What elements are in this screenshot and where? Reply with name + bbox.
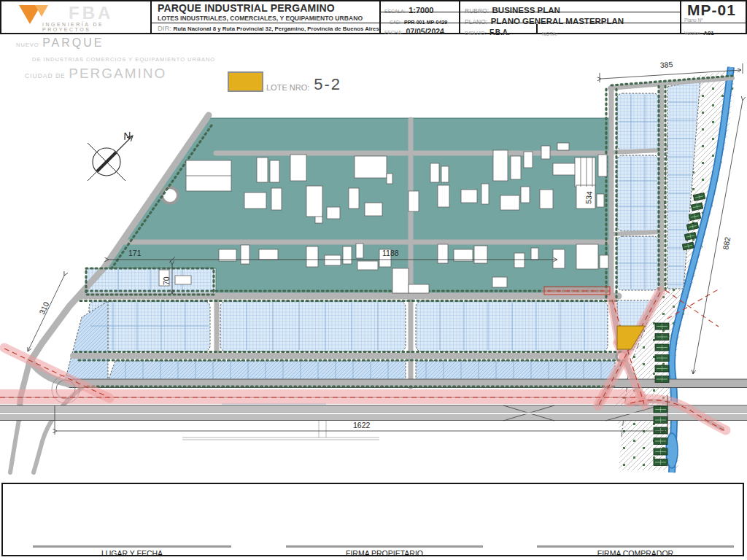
building-footprint — [541, 146, 550, 159]
dim-534: 534 — [584, 190, 594, 204]
building-footprint — [430, 163, 439, 182]
dim-310: 310 — [37, 300, 51, 316]
building-footprint — [531, 248, 538, 260]
legend-lot-number: 5-2 — [314, 77, 341, 92]
dim-1188: 1188 — [382, 249, 399, 257]
building-footprint — [481, 184, 489, 204]
nota-row: NOTA: — [542, 26, 557, 39]
logo-cell: FBA INGENIERÍA DE PROYECTOS — [1, 1, 150, 33]
green-structure — [654, 448, 667, 455]
building-footprint — [365, 203, 382, 216]
building-footprint — [524, 152, 533, 168]
green-structure — [655, 323, 669, 330]
building-footprint — [327, 207, 340, 219]
building-footprint — [409, 191, 419, 211]
fecha-label: FECHA: — [384, 30, 403, 35]
version-row: Version A01 — [684, 25, 714, 38]
building-footprint — [257, 158, 268, 182]
green-structure — [654, 427, 667, 434]
north-label: N — [123, 129, 133, 142]
building-footprint — [598, 155, 607, 176]
building-footprint — [306, 186, 322, 217]
building-footprint — [306, 246, 318, 267]
signature-line-comprador — [537, 545, 734, 548]
lot-block-row1-c — [416, 301, 608, 351]
signature-line-propietario — [286, 545, 483, 548]
building-footprint — [521, 187, 530, 203]
building-footprint — [356, 244, 363, 258]
building-footprint — [461, 190, 477, 203]
green-structure — [655, 355, 669, 362]
signature-label-comprador: FIRMA COMPRADOR — [537, 549, 734, 558]
building-footprint — [392, 268, 409, 293]
building-footprint — [325, 255, 341, 265]
building-footprint — [270, 160, 279, 182]
legend-color-swatch — [228, 71, 263, 92]
version-label: Version — [684, 31, 700, 36]
dibujo-value: F.B.A. — [489, 28, 510, 36]
fecha-row: FECHA: 07/05/2024 — [384, 24, 444, 37]
watermark-nuevo: NUEVO — [16, 42, 39, 48]
watermark-line2: DE INDUSTRIAS COMERCIOS Y EQUIPAMIENTO U… — [32, 56, 215, 63]
version-value: A01 — [703, 30, 714, 36]
building-footprint — [540, 190, 553, 209]
building-footprint — [557, 143, 569, 150]
building-footprint — [514, 253, 525, 268]
dim-882: 882 — [721, 236, 732, 251]
green-structure — [655, 334, 669, 341]
lot-block-east-2 — [617, 155, 659, 231]
fecha-value: 07/05/2024 — [406, 27, 444, 36]
plano-value: PLANO GENERAL MASTERPLAN — [491, 17, 624, 26]
building-footprint — [409, 284, 429, 293]
signature-line-lugar — [33, 545, 231, 548]
lot-legend: LOTE NRO: 5-2 — [228, 71, 341, 92]
rubro-cell: RUBRO: BUSINESS PLAN PLANO: PLANO GENERA… — [460, 1, 680, 33]
signature-label-lugar: LUGAR Y FECHA — [33, 549, 231, 558]
green-structure — [654, 417, 667, 424]
building-footprint — [600, 255, 608, 268]
building-footprint — [553, 163, 578, 175]
green-structure — [655, 365, 669, 372]
lot-triangle-west — [64, 301, 108, 384]
building-footprint — [492, 277, 507, 287]
building-footprint — [576, 244, 598, 269]
building-footprint — [244, 192, 266, 209]
dibujo-label: DIBUJO: — [465, 30, 487, 36]
signature-box: LUGAR Y FECHA FIRMA PROPIETARIO FIRMA CO… — [1, 483, 744, 556]
watermark-pergamino: PERGAMINO — [69, 66, 166, 81]
sheet-number-cell: MP-01 Plano Nº Version A01 — [681, 1, 746, 33]
project-watermark: NUEVO PARQUE DE INDUSTRIAS COMERCIOS Y E… — [16, 36, 215, 82]
building-footprint — [597, 194, 604, 207]
dir-label: DIR: — [158, 24, 171, 32]
company-logo-icon — [19, 5, 41, 24]
green-structure — [654, 438, 667, 445]
logo-brand: FBA — [69, 3, 113, 23]
building-footprint — [349, 188, 359, 209]
dir-value: Ruta Nacional 8 y Ruta Provincial 32, Pe… — [174, 26, 379, 32]
building-footprint — [438, 185, 449, 207]
drawing-sheet: N 385 171 1188 70 310 534 882 1622 — [0, 0, 747, 560]
building-footprint — [175, 276, 191, 284]
logo-tagline: INGENIERÍA DE PROYECTOS — [42, 22, 150, 32]
watermark-ciudad: CIUDAD DE — [25, 72, 66, 79]
building-footprint — [343, 246, 352, 264]
meta-cell: ESCALA: 1:7000 CAD: PPR-001-MP-0429 FECH… — [381, 1, 459, 33]
building-footprint — [474, 246, 487, 263]
building-footprint — [553, 249, 565, 268]
site-plan-svg: N 385 171 1188 70 310 534 882 1622 — [0, 0, 747, 560]
building-footprint — [493, 150, 508, 181]
building-footprint — [438, 244, 448, 263]
building-footprint — [387, 174, 392, 184]
nota-label: NOTA: — [542, 31, 557, 36]
green-structure — [654, 406, 667, 413]
project-subtitle: LOTES INDUSTRIALES, COMERCIALES, Y EQUIP… — [158, 15, 363, 22]
dim-1622: 1622 — [353, 421, 371, 429]
signature-label-propietario: FIRMA PROPIETARIO — [286, 549, 483, 558]
building-footprint — [355, 156, 387, 178]
building-footprint — [241, 245, 249, 264]
building-footprint — [441, 166, 449, 182]
dim-70: 70 — [162, 276, 171, 285]
dim-171: 171 — [128, 249, 142, 257]
building-footprint — [259, 249, 278, 260]
building-footprint — [357, 261, 378, 270]
